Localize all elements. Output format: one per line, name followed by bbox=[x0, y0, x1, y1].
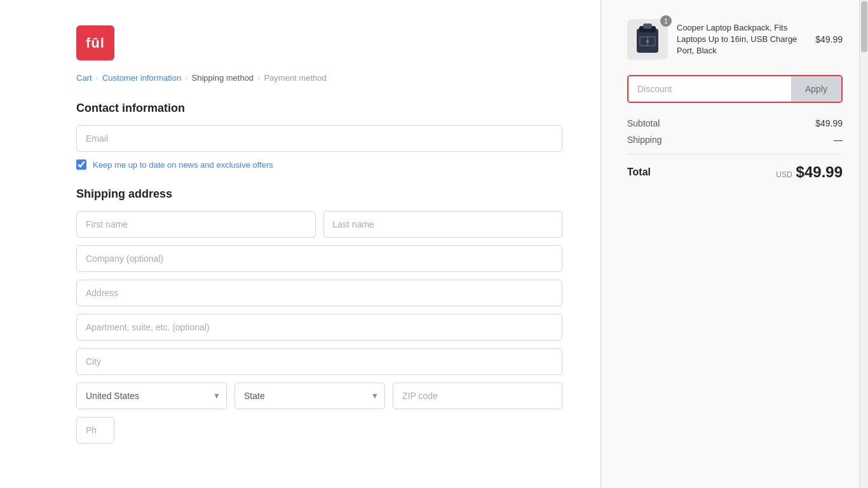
email-field[interactable] bbox=[76, 125, 562, 152]
breadcrumb-cart[interactable]: Cart bbox=[76, 73, 92, 83]
backpack-icon bbox=[632, 22, 663, 57]
subtotal-row: Subtotal $49.99 bbox=[627, 118, 843, 128]
email-group bbox=[76, 125, 562, 152]
zip-field[interactable] bbox=[393, 383, 562, 409]
summary-divider bbox=[627, 154, 843, 154]
product-price: $49.99 bbox=[815, 34, 843, 44]
state-wrapper: State Alabama Alaska Arizona California … bbox=[234, 383, 385, 409]
breadcrumb-customer-info[interactable]: Customer information bbox=[102, 73, 181, 83]
apply-button[interactable]: Apply bbox=[791, 76, 841, 102]
contact-section-title: Contact information bbox=[76, 102, 562, 115]
logo-text: fūl bbox=[86, 35, 105, 51]
shipping-label: Shipping bbox=[627, 135, 662, 145]
country-select[interactable]: United States Canada United Kingdom bbox=[76, 383, 227, 409]
product-image-wrap: 1 bbox=[627, 19, 668, 60]
breadcrumb-sep-2: › bbox=[185, 73, 187, 83]
scrollbar-track[interactable] bbox=[859, 0, 868, 488]
breadcrumb-shipping-method: Shipping method bbox=[192, 73, 254, 83]
last-name-field[interactable] bbox=[323, 211, 563, 238]
phone-group bbox=[76, 417, 562, 444]
discount-box: Apply bbox=[627, 75, 843, 103]
country-wrapper: United States Canada United Kingdom ▼ bbox=[76, 383, 227, 409]
address-field[interactable] bbox=[76, 280, 562, 306]
name-row bbox=[76, 211, 562, 238]
apt-field[interactable] bbox=[76, 314, 562, 341]
address-group bbox=[76, 280, 562, 306]
newsletter-label[interactable]: Keep me up to date on news and exclusive… bbox=[93, 160, 273, 170]
apt-group bbox=[76, 314, 562, 341]
product-name: Cooper Laptop Backpack, Fits Laptops Up … bbox=[677, 22, 806, 57]
total-label: Total bbox=[627, 166, 651, 178]
city-field[interactable] bbox=[76, 348, 562, 375]
subtotal-value: $49.99 bbox=[815, 118, 843, 128]
newsletter-row: Keep me up to date on news and exclusive… bbox=[76, 159, 562, 170]
breadcrumb-sep-3: › bbox=[257, 73, 260, 83]
scrollbar-thumb[interactable] bbox=[861, 1, 867, 52]
first-name-field[interactable] bbox=[76, 211, 316, 238]
shipping-section-title: Shipping address bbox=[76, 187, 562, 201]
newsletter-checkbox[interactable] bbox=[76, 159, 86, 170]
svg-rect-2 bbox=[643, 24, 652, 29]
breadcrumb: Cart › Customer information › Shipping m… bbox=[76, 73, 562, 83]
state-select[interactable]: State Alabama Alaska Arizona California … bbox=[234, 383, 385, 409]
breadcrumb-payment-method: Payment method bbox=[264, 73, 326, 83]
product-info: Cooper Laptop Backpack, Fits Laptops Up … bbox=[677, 22, 806, 57]
city-group bbox=[76, 348, 562, 375]
breadcrumb-sep-1: › bbox=[96, 73, 98, 83]
discount-input[interactable] bbox=[628, 76, 791, 102]
order-summary-panel: 1 Cooper Laptop Backpack, Fits Laptops U… bbox=[601, 0, 868, 488]
country-state-zip-row: United States Canada United Kingdom ▼ St… bbox=[76, 383, 562, 409]
total-amount: $49.99 bbox=[796, 163, 843, 181]
product-row: 1 Cooper Laptop Backpack, Fits Laptops U… bbox=[627, 19, 843, 60]
product-quantity-badge: 1 bbox=[660, 15, 672, 27]
total-right: USD $49.99 bbox=[776, 163, 843, 181]
subtotal-label: Subtotal bbox=[627, 118, 660, 128]
shipping-value: — bbox=[834, 135, 843, 145]
logo[interactable]: fūl bbox=[76, 25, 114, 60]
company-field[interactable] bbox=[76, 245, 562, 272]
shipping-row: Shipping — bbox=[627, 135, 843, 145]
phone-field[interactable] bbox=[76, 417, 114, 444]
total-row: Total USD $49.99 bbox=[627, 163, 843, 181]
company-group bbox=[76, 245, 562, 272]
total-currency: USD bbox=[776, 170, 792, 179]
